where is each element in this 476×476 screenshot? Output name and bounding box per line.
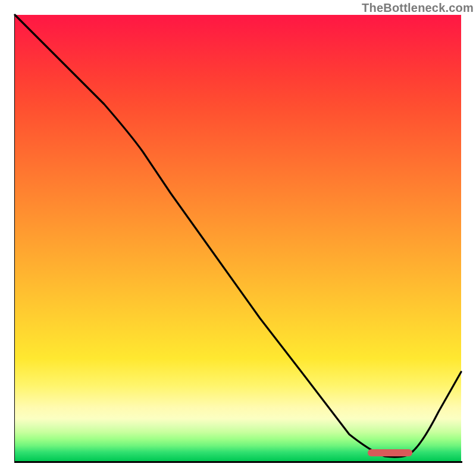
x-axis [14, 461, 462, 463]
bottleneck-curve [15, 15, 461, 461]
watermark: TheBottleneck.com [362, 1, 474, 15]
plot-area [15, 15, 461, 461]
curve-path [15, 15, 461, 457]
chart-frame: TheBottleneck.com [0, 0, 476, 476]
optimum-marker [368, 449, 412, 456]
